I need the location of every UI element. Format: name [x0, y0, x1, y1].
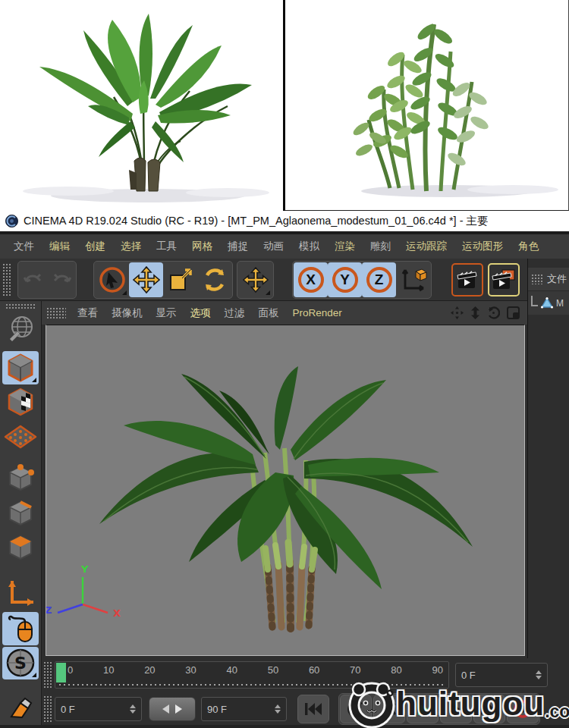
range-start-value: 0 F — [61, 704, 130, 715]
watermark: huitugou .com — [347, 679, 569, 728]
menu-snap[interactable]: 捕捉 — [220, 240, 256, 253]
vmenu-options[interactable]: 选项 — [184, 306, 218, 320]
viewport-scene: Y X Z — [46, 325, 524, 655]
menu-edit[interactable]: 编辑 — [42, 240, 77, 253]
app-window: CINEMA 4D R19.024 Studio (RC - R19) - [M… — [0, 0, 569, 728]
edges-mode-button[interactable] — [2, 497, 39, 530]
palette-drag-handle[interactable] — [5, 303, 36, 310]
viewport-3d[interactable]: Y X Z — [46, 325, 525, 656]
y-axis-letter: Y — [332, 267, 358, 293]
goto-start-button[interactable] — [297, 695, 329, 723]
menu-character[interactable]: 角色 — [511, 240, 546, 253]
lock-x-axis-button[interactable]: X — [294, 262, 328, 297]
menu-sculpt[interactable]: 雕刻 — [363, 240, 398, 253]
points-mode-button[interactable] — [2, 462, 39, 495]
menu-create[interactable]: 创建 — [77, 240, 113, 253]
polygon-object-icon — [540, 297, 554, 310]
vmenu-prorender[interactable]: ProRender — [286, 307, 349, 318]
menu-motion-tracker[interactable]: 运动跟踪 — [398, 240, 454, 253]
watermark-tld: .com — [545, 701, 569, 728]
toggle-panels-icon[interactable] — [507, 306, 520, 319]
rotate-tool-button[interactable] — [197, 262, 231, 297]
coordinate-system-button[interactable] — [396, 262, 430, 297]
frame-label: 0 — [68, 664, 73, 676]
range-end-spinner[interactable] — [275, 704, 281, 714]
viewport-nav-icons — [451, 306, 527, 319]
undo-redo-group — [17, 261, 77, 299]
workplane-grid-icon — [4, 423, 37, 450]
object-manager-header: 文件 — [528, 268, 569, 290]
snap-settings-button[interactable]: S — [2, 647, 39, 680]
menu-tools[interactable]: 工具 — [149, 240, 184, 253]
global-coordinates-button[interactable] — [2, 312, 39, 346]
vmenu-cameras[interactable]: 摄像机 — [105, 306, 149, 320]
banana-plant-render — [0, 0, 283, 211]
polygons-mode-button[interactable] — [2, 532, 39, 565]
axis-lock-group: X Y Z — [292, 261, 432, 299]
render-clapperboard-icon — [456, 268, 479, 291]
menu-animate[interactable]: 动画 — [256, 240, 291, 253]
vmenu-view[interactable]: 查看 — [71, 306, 105, 320]
rotate-view-icon[interactable] — [487, 306, 500, 319]
frame-label: 80 — [391, 664, 401, 676]
viewport-bar-handle[interactable] — [46, 307, 66, 319]
z-axis-letter: Z — [366, 267, 392, 293]
model-mode-button[interactable] — [2, 351, 39, 384]
render-view-button[interactable] — [451, 263, 483, 297]
lock-z-axis-button[interactable]: Z — [362, 262, 396, 297]
range-start-spinner[interactable] — [130, 704, 136, 714]
pan-view-icon[interactable] — [451, 306, 464, 319]
rotate-icon — [201, 266, 228, 293]
workplane-mode-button[interactable] — [2, 420, 39, 453]
menu-simulate[interactable]: 模拟 — [291, 240, 327, 253]
texture-mode-button[interactable] — [2, 386, 39, 419]
axis-y-label: Y — [80, 563, 89, 575]
vmenu-panel[interactable]: 面板 — [252, 306, 286, 320]
range-start-field[interactable]: 0 F — [55, 697, 142, 721]
goto-start-icon — [303, 701, 323, 717]
frame-label: 10 — [103, 664, 114, 676]
scale-tool-button[interactable] — [163, 262, 197, 297]
watermark-name: huitugou — [396, 681, 545, 726]
main-menubar: 文件 编辑 创建 选择 工具 网格 捕捉 动画 模拟 渲染 雕刻 运动跟踪 运动… — [0, 234, 569, 259]
move-icon — [132, 265, 161, 294]
enable-axis-button[interactable] — [2, 577, 39, 610]
undo-button[interactable] — [19, 262, 47, 297]
axis-x-label: X — [113, 607, 121, 619]
viewport-solo-button[interactable] — [2, 612, 39, 645]
transport-handle[interactable] — [43, 695, 52, 723]
range-end-value: 90 F — [207, 704, 275, 715]
vmenu-display[interactable]: 显示 — [149, 306, 184, 320]
menu-mograph[interactable]: 运动图形 — [454, 240, 511, 253]
object-manager-handle[interactable] — [531, 274, 543, 284]
scale-icon — [167, 266, 194, 293]
timeline-handle[interactable] — [43, 661, 52, 689]
menu-mesh[interactable]: 网格 — [184, 240, 220, 253]
live-selection-tool-button[interactable] — [95, 262, 129, 297]
magnet-tool-button[interactable] — [2, 694, 39, 727]
move-tool-button[interactable] — [129, 262, 163, 297]
object-row[interactable]: M — [528, 290, 569, 315]
menu-select[interactable]: 选择 — [113, 240, 149, 253]
zoom-view-icon[interactable] — [470, 306, 480, 319]
menu-render[interactable]: 渲染 — [327, 240, 363, 253]
redo-button[interactable] — [47, 262, 75, 297]
object-manager-file-menu[interactable]: 文件 — [547, 272, 567, 286]
lock-y-axis-button[interactable]: Y — [328, 262, 362, 297]
frame-label: 70 — [350, 664, 360, 676]
frame-label: 40 — [227, 664, 237, 676]
title-bar: CINEMA 4D R19.024 Studio (RC - R19) - [M… — [0, 211, 569, 231]
menu-file[interactable]: 文件 — [6, 240, 42, 253]
x-axis-letter: X — [298, 267, 324, 293]
frame-step-buttons[interactable] — [149, 697, 196, 721]
range-end-field[interactable]: 90 F — [201, 697, 287, 721]
vmenu-filter[interactable]: 过滤 — [218, 306, 252, 320]
viewport-menubar: 查看 摄像机 显示 选项 过滤 面板 ProRender — [42, 301, 527, 325]
current-frame-spinner[interactable] — [536, 670, 542, 679]
svg-text:S: S — [14, 654, 27, 673]
toolbar-drag-handle[interactable] — [2, 263, 11, 297]
render-settings-icon — [492, 268, 516, 292]
last-used-tool-button[interactable] — [238, 262, 272, 297]
reference-image-right-plant — [285, 0, 569, 211]
render-settings-button[interactable] — [488, 263, 520, 297]
